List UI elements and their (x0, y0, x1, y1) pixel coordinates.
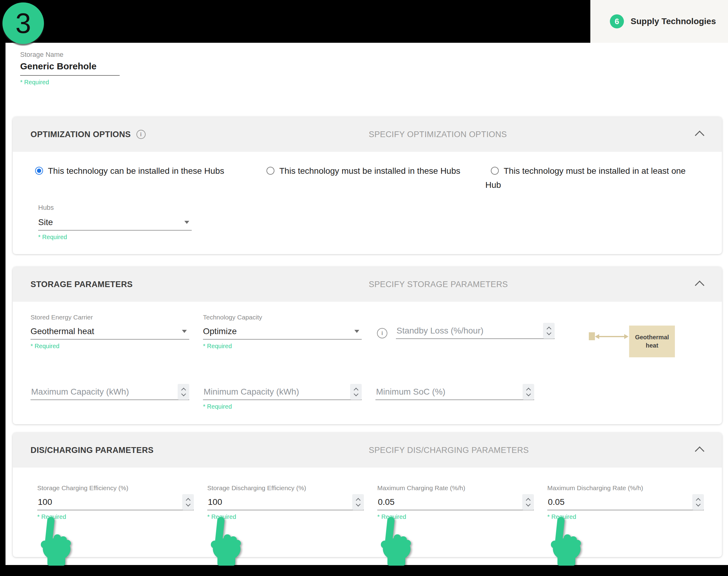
top-black-bar: 6 Supply Technologies (0, 0, 728, 43)
radio-unselected-icon[interactable] (267, 167, 274, 175)
required-hint: * Required (38, 233, 192, 241)
standby-loss-group: i (362, 313, 555, 339)
discharging-parameters-card: DIS/CHARGING PARAMETERS SPECIFY DIS/CHAR… (13, 433, 722, 557)
section-subtitle: SPECIFY DIS/CHARGING PARAMETERS (369, 445, 529, 455)
hub-install-radio-group: This technology can be installed in thes… (13, 152, 722, 192)
standby-loss-input[interactable] (396, 325, 527, 336)
maximum-discharging-rate-input[interactable] (547, 497, 678, 507)
pointer-hand-icon (205, 516, 244, 566)
storage-parameters-card: STORAGE PARAMETERS SPECIFY STORAGE PARAM… (13, 267, 722, 424)
storage-parameters-row-1: Stored Energy Carrier Geothermal heat * … (13, 302, 722, 357)
discharging-parameters-header: DIS/CHARGING PARAMETERS SPECIFY DIS/CHAR… (13, 433, 722, 468)
technology-capacity-field: Technology Capacity Optimize * Required (203, 313, 362, 350)
radio-label: This technology must be installed in at … (485, 166, 686, 190)
input-row (547, 496, 704, 510)
radio-option-at-least-one-hub[interactable]: This technology must be installed in at … (485, 164, 699, 192)
field-label: Maximum Discharging Rate (%/h) (547, 484, 704, 492)
required-hint: * Required (31, 342, 189, 350)
minimum-capacity-input-row (203, 385, 362, 400)
radio-option-must-be-installed[interactable]: This technology must be installed in the… (261, 164, 485, 192)
number-stepper[interactable] (350, 384, 362, 400)
number-stepper[interactable] (352, 494, 364, 510)
selected-value: Geothermal heat (31, 326, 94, 336)
selected-value: Optimize (203, 326, 237, 336)
info-icon[interactable]: i (377, 328, 387, 338)
field-label: Technology Capacity (203, 313, 362, 321)
tab-supply-technologies[interactable]: 6 Supply Technologies (590, 0, 728, 43)
stepper-down-icon[interactable] (526, 501, 530, 507)
minimum-soc-field (375, 385, 534, 400)
radio-option-can-be-installed[interactable]: This technology can be installed in thes… (30, 164, 261, 192)
input-row (377, 496, 534, 510)
screenshot-frame: 6 Supply Technologies 3 Storage Name Gen… (0, 0, 728, 576)
input-row (207, 496, 364, 510)
field-label: Storage Discharging Efficiency (%) (207, 484, 364, 492)
field-label: Maximum Charging Rate (%/h) (377, 484, 534, 492)
stored-energy-carrier-select[interactable]: Geothermal heat (31, 325, 189, 340)
maximum-charging-rate-field: Maximum Charging Rate (%/h) * Required (377, 484, 534, 520)
stepper-down-icon[interactable] (181, 391, 186, 396)
number-stepper[interactable] (178, 384, 189, 400)
radio-selected-icon[interactable] (35, 167, 43, 175)
storage-parameters-header: STORAGE PARAMETERS SPECIFY STORAGE PARAM… (13, 267, 722, 302)
number-stepper[interactable] (522, 494, 534, 510)
section-title: OPTIMIZATION OPTIONS (31, 130, 131, 139)
radio-unselected-icon[interactable] (491, 167, 499, 175)
collapse-chevron-icon[interactable] (695, 281, 704, 290)
storage-name-label: Storage Name (20, 51, 728, 59)
maximum-capacity-field (31, 385, 189, 400)
optimization-options-card: OPTIMIZATION OPTIONS i SPECIFY OPTIMIZAT… (13, 117, 722, 254)
number-stepper[interactable] (543, 323, 555, 339)
stored-energy-carrier-field: Stored Energy Carrier Geothermal heat * … (31, 313, 189, 350)
hubs-selected-value: Site (38, 218, 53, 227)
pointer-hand-icon (545, 516, 584, 566)
collapse-chevron-icon[interactable] (695, 131, 704, 140)
minimum-capacity-input[interactable] (203, 387, 334, 397)
form-content: Storage Name Generic Borehole * Required… (5, 43, 728, 565)
energy-carrier-diagram: Geothermal heat (589, 313, 675, 357)
annotation-step-3-badge: 3 (2, 2, 44, 44)
maximum-capacity-input[interactable] (31, 387, 162, 397)
section-subtitle: SPECIFY OPTIMIZATION OPTIONS (369, 130, 507, 139)
step-badge-6: 6 (610, 15, 624, 28)
number-stepper[interactable] (522, 384, 534, 400)
number-stepper[interactable] (692, 494, 704, 510)
minimum-capacity-field: * Required (203, 385, 362, 410)
minimum-soc-input-row (375, 385, 534, 400)
dropdown-caret-icon (184, 221, 189, 224)
stepper-down-icon[interactable] (354, 391, 358, 396)
stepper-down-icon[interactable] (186, 501, 190, 507)
radio-label: This technology can be installed in thes… (48, 166, 224, 176)
maximum-charging-rate-input[interactable] (377, 497, 509, 507)
number-stepper[interactable] (182, 494, 194, 510)
stepper-down-icon[interactable] (546, 330, 551, 335)
hubs-select[interactable]: Site (38, 216, 192, 231)
storage-parameters-row-2: * Required (13, 357, 722, 424)
diagram-storage-port (589, 332, 595, 340)
section-title: STORAGE PARAMETERS (31, 280, 133, 289)
storage-discharging-efficiency-input[interactable] (207, 497, 338, 507)
collapse-chevron-icon[interactable] (695, 447, 704, 456)
hubs-select-field: Hubs Site * Required (38, 204, 722, 254)
pointer-hand-icon (35, 516, 73, 566)
diagram-node-geothermal-heat: Geothermal heat (629, 325, 675, 357)
hubs-label: Hubs (38, 204, 192, 212)
storage-discharging-efficiency-field: Storage Discharging Efficiency (%) * Req… (207, 484, 364, 520)
stepper-down-icon[interactable] (526, 391, 531, 396)
minimum-soc-input[interactable] (375, 387, 507, 397)
storage-charging-efficiency-input[interactable] (37, 497, 169, 507)
stepper-down-icon[interactable] (696, 501, 700, 507)
storage-name-input[interactable]: Generic Borehole (20, 60, 120, 76)
storage-name-field: Storage Name Generic Borehole * Required (5, 43, 728, 86)
maximum-discharging-rate-field: Maximum Discharging Rate (%/h) * Require… (547, 484, 704, 520)
stepper-down-icon[interactable] (356, 501, 361, 507)
technology-capacity-select[interactable]: Optimize (203, 325, 362, 340)
tab-label: Supply Technologies (631, 17, 716, 26)
discharging-fields-row: Storage Charging Efficiency (%) * Requir… (13, 468, 722, 557)
radio-label: This technology must be installed in the… (279, 166, 460, 176)
dropdown-caret-icon (354, 330, 359, 333)
input-row (37, 496, 194, 510)
info-icon[interactable]: i (136, 130, 146, 139)
pointer-hand-icon (375, 516, 414, 566)
standby-loss-input-row (396, 324, 555, 339)
